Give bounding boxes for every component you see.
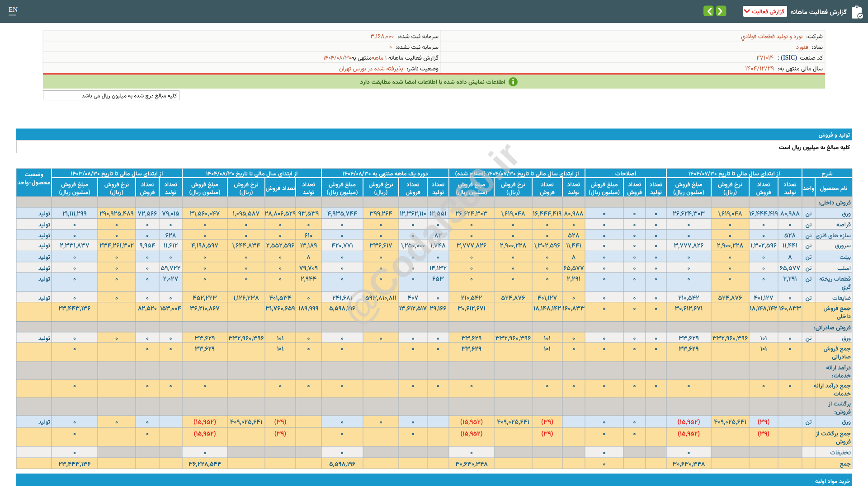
svg-text:: (ISIC): : (ISIC) [778,54,797,61]
svg-text:EN: EN [9,6,18,13]
